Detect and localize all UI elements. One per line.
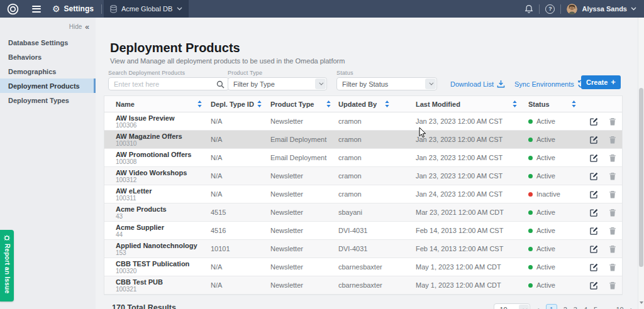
report-issue-label: Report an Issue bbox=[4, 244, 11, 294]
status-dot bbox=[528, 265, 533, 269]
database-name: Acme Global DB bbox=[121, 5, 172, 13]
table-row[interactable]: CBB Test PUB 100321 N/A Newsletter cbarn… bbox=[104, 276, 622, 295]
download-list-button[interactable]: Download List bbox=[450, 80, 505, 88]
product-type-select[interactable]: Filter by Type bbox=[228, 77, 327, 90]
depl-type-id-cell: N/A bbox=[208, 258, 268, 276]
delete-button[interactable] bbox=[609, 154, 616, 162]
table-row[interactable]: AW Magazine Offers 100310 N/A Email Depl… bbox=[104, 131, 622, 149]
page-size-select[interactable]: 10 bbox=[494, 303, 530, 309]
search-input[interactable] bbox=[108, 77, 229, 90]
product-type-cell: Email Deployment bbox=[268, 131, 337, 148]
user-name[interactable]: Alyssa Sands bbox=[582, 5, 627, 13]
status-cell: Active bbox=[523, 112, 582, 130]
table-row[interactable]: Applied Nanotechnology 153 10101 Newslet… bbox=[104, 240, 622, 258]
sort-icon[interactable] bbox=[326, 100, 331, 107]
last-modified-cell: Jan 24, 2023 12:00 AM CST bbox=[396, 185, 523, 203]
scrollbar-down-arrow-icon[interactable] bbox=[640, 301, 643, 304]
previous-page-button[interactable]: ‹ bbox=[536, 304, 539, 309]
updated-by-cell: DVI-4031 bbox=[337, 222, 396, 239]
sidebar-item-deployment-products[interactable]: Deployment Products bbox=[0, 79, 96, 93]
sort-icon[interactable] bbox=[197, 100, 202, 107]
sidebar-item-demographics[interactable]: Demographics bbox=[0, 64, 96, 79]
product-id: 100311 bbox=[116, 195, 136, 202]
table-row[interactable]: CBB TEST Publication 100320 N/A Newslett… bbox=[104, 258, 622, 276]
page-button[interactable]: 4 bbox=[584, 306, 587, 309]
settings-label[interactable]: Settings bbox=[64, 4, 94, 13]
row-actions bbox=[582, 222, 622, 239]
top-navigation-bar: ⚙ Settings Acme Global DB ? bbox=[0, 0, 644, 18]
chevron-down-icon bbox=[519, 305, 529, 309]
status-dot bbox=[528, 174, 533, 178]
page-button[interactable]: 1 bbox=[546, 304, 557, 309]
last-modified-cell: Jan 23, 2023 12:00 AM CST bbox=[396, 149, 523, 166]
sort-icon[interactable] bbox=[513, 100, 517, 107]
chevron-down-icon[interactable] bbox=[631, 7, 636, 11]
edit-button[interactable] bbox=[590, 117, 598, 126]
delete-button[interactable] bbox=[609, 190, 616, 198]
delete-button[interactable] bbox=[609, 227, 616, 235]
delete-button[interactable] bbox=[609, 209, 616, 217]
updated-by-cell: cbarnesbaxter bbox=[337, 258, 396, 276]
delete-button[interactable] bbox=[609, 245, 616, 253]
product-type-cell: Newsletter bbox=[268, 222, 337, 239]
omeda-logo-icon[interactable] bbox=[6, 3, 19, 16]
sync-environments-button[interactable]: Sync Environments bbox=[514, 80, 586, 88]
delete-button[interactable] bbox=[609, 117, 616, 126]
table-row[interactable]: AW Issue Preview 100306 N/A Newsletter c… bbox=[104, 112, 622, 131]
status-cell: Active bbox=[523, 167, 582, 185]
column-header-status[interactable]: Status bbox=[523, 100, 582, 108]
table-row[interactable]: Acme Products 43 4515 Newsletter sbayani… bbox=[104, 203, 622, 222]
delete-button[interactable] bbox=[609, 136, 616, 144]
column-header-product-type[interactable]: Product Type bbox=[268, 100, 337, 108]
table-row[interactable]: AW Video Workshops 100312 N/A Newsletter… bbox=[104, 167, 622, 185]
sort-icon[interactable] bbox=[572, 100, 576, 107]
column-header-name[interactable]: Name bbox=[104, 100, 208, 108]
table-row[interactable]: AW Promotional Offers 100308 N/A Email D… bbox=[104, 149, 622, 167]
updated-by-cell: cramon bbox=[337, 131, 396, 148]
product-id: 100310 bbox=[116, 140, 136, 147]
delete-button[interactable] bbox=[609, 172, 616, 180]
edit-button[interactable] bbox=[590, 245, 598, 253]
table-row[interactable]: Acme Supplier 44 4516 Newsletter DVI-403… bbox=[104, 222, 622, 240]
sidebar-collapse-button[interactable]: Hide « bbox=[0, 18, 96, 35]
database-selector[interactable]: Acme Global DB bbox=[104, 0, 189, 18]
table-row[interactable]: AW eLetter 100311 N/A Newsletter cramon … bbox=[104, 185, 622, 203]
edit-button[interactable] bbox=[590, 154, 598, 162]
page-button[interactable]: 3 bbox=[574, 306, 577, 309]
edit-button[interactable] bbox=[590, 263, 598, 271]
edit-button[interactable] bbox=[590, 281, 598, 290]
plus-icon: + bbox=[611, 79, 616, 86]
main-content: Deployment Products View and Manage all … bbox=[96, 18, 638, 309]
page-button[interactable]: 2 bbox=[564, 306, 567, 309]
edit-button[interactable] bbox=[590, 209, 598, 217]
vertical-scrollbar[interactable] bbox=[638, 18, 644, 309]
page-button[interactable]: 5 bbox=[594, 306, 597, 309]
sidebar-item-database-settings[interactable]: Database Settings bbox=[0, 35, 96, 50]
gear-icon: ⚙ bbox=[52, 4, 60, 13]
column-header-last-modified[interactable]: Last Modified bbox=[396, 100, 523, 108]
notifications-bell-icon[interactable] bbox=[525, 4, 533, 14]
product-name: Applied Nanotechnology bbox=[116, 242, 197, 249]
column-header-depl-type-id[interactable]: Depl. Type ID bbox=[208, 100, 268, 108]
column-header-updated-by[interactable]: Updated By bbox=[337, 100, 396, 108]
sidebar-item-deployment-types[interactable]: Deployment Types bbox=[0, 93, 96, 107]
edit-button[interactable] bbox=[590, 172, 598, 180]
hamburger-menu-icon[interactable] bbox=[32, 6, 41, 13]
help-icon[interactable]: ? bbox=[545, 4, 555, 14]
delete-button[interactable] bbox=[609, 263, 616, 271]
edit-button[interactable] bbox=[590, 190, 598, 198]
create-button[interactable]: Create + bbox=[581, 75, 621, 89]
scrollbar-thumb[interactable] bbox=[639, 88, 643, 267]
delete-button[interactable] bbox=[609, 281, 616, 290]
next-page-button[interactable]: › bbox=[630, 304, 633, 309]
sort-icon[interactable] bbox=[257, 100, 262, 107]
edit-button[interactable] bbox=[590, 227, 598, 235]
sort-icon[interactable] bbox=[385, 100, 389, 107]
status-select[interactable]: Filter by Status bbox=[336, 77, 437, 90]
edit-button[interactable] bbox=[590, 136, 598, 144]
user-avatar[interactable] bbox=[567, 4, 577, 14]
report-an-issue-tab[interactable]: Report an Issue bbox=[0, 230, 14, 301]
page-button[interactable]: 10 bbox=[616, 306, 623, 309]
sidebar-item-behaviors[interactable]: Behaviors bbox=[0, 50, 96, 64]
total-results-label: 170 Total Results bbox=[112, 303, 176, 309]
